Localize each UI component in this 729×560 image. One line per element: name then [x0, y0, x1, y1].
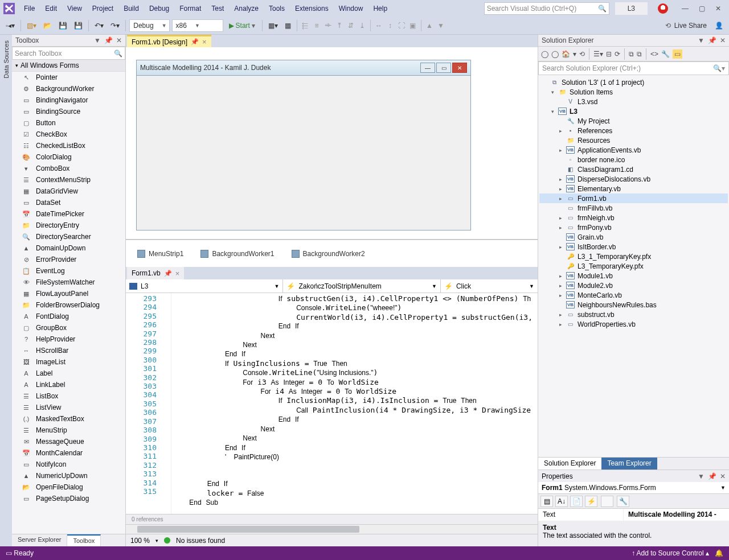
- toolbox-item[interactable]: ▲NumericUpDown: [12, 470, 125, 481]
- toolbox-item[interactable]: 📁DirectoryEntry: [12, 220, 125, 231]
- tree-item[interactable]: ▫border none.ico: [539, 155, 728, 164]
- zoom-level[interactable]: 100 %: [130, 537, 150, 545]
- form-window[interactable]: Multiscale Modelling 2014 - Kamil J. Dud…: [136, 60, 471, 230]
- account-icon[interactable]: 👤: [712, 20, 726, 31]
- bring-front-icon[interactable]: ▲: [425, 21, 434, 30]
- code-tab[interactable]: Form1.vb📌×: [127, 267, 184, 279]
- show-all-icon[interactable]: ⧉: [637, 50, 642, 58]
- toolbox-item[interactable]: 📅MonthCalendar: [12, 447, 125, 459]
- designer-tab[interactable]: Form1.vb [Design]📌×: [127, 35, 211, 47]
- toolbox-item[interactable]: 📂OpenFileDialog: [12, 481, 125, 493]
- close-icon[interactable]: ✕: [715, 5, 721, 13]
- data-sources-tab[interactable]: Data Sources: [2, 37, 11, 82]
- toolbox-item[interactable]: ▦DataGridView: [12, 186, 125, 197]
- tray-item[interactable]: BackgroundWorker1: [200, 250, 274, 258]
- pin-icon[interactable]: 📌: [104, 36, 113, 44]
- expand-icon[interactable]: ▸: [558, 215, 563, 221]
- form-close-icon[interactable]: ✕: [452, 63, 467, 73]
- toolbox-item[interactable]: AFontDialog: [12, 311, 125, 322]
- align-bottom-icon[interactable]: ⤓: [358, 21, 367, 30]
- expand-icon[interactable]: ▸: [558, 293, 563, 298]
- menu-debug[interactable]: Debug: [145, 2, 174, 15]
- config-dropdown[interactable]: Debug▼: [129, 19, 169, 32]
- toolbox-item[interactable]: ▲DomainUpDown: [12, 242, 125, 254]
- add-source-control[interactable]: ↑ Add to Source Control ▴: [632, 549, 709, 557]
- fold-column[interactable]: [161, 293, 171, 514]
- team-explorer-tab[interactable]: Team Explorer: [601, 458, 657, 470]
- close-tab-icon[interactable]: ×: [202, 38, 207, 46]
- toolbox-item[interactable]: ?HelpProvider: [12, 333, 125, 345]
- center-icon[interactable]: ▣: [408, 21, 417, 30]
- toolbox-item[interactable]: 🎨ColorDialog: [12, 151, 125, 163]
- menu-test[interactable]: Test: [207, 2, 228, 15]
- show-files-icon[interactable]: ⧉: [629, 50, 634, 58]
- hspace-icon[interactable]: ↔: [374, 21, 383, 30]
- vspace-icon[interactable]: ↕: [386, 21, 395, 30]
- toolbox-search-input[interactable]: Search Toolbox🔍: [12, 47, 125, 60]
- toolbox-item[interactable]: (.)MaskedTextBox: [12, 413, 125, 425]
- toolbox-item[interactable]: ☰ListBox: [12, 390, 125, 402]
- notifications-icon[interactable]: 🔔: [715, 549, 723, 557]
- expand-icon[interactable]: ▾: [550, 89, 555, 95]
- toolbox-item[interactable]: ▭PageSetupDialog: [12, 493, 125, 504]
- alphabetical-icon[interactable]: A↓: [555, 496, 568, 507]
- toolbox-item[interactable]: ⊘ErrorProvider: [12, 254, 125, 265]
- dropdown-icon[interactable]: ▼: [94, 36, 101, 44]
- undo-icon[interactable]: ↶▾: [92, 20, 106, 31]
- toolbox-item[interactable]: 📅DateTimePicker: [12, 208, 125, 220]
- nav-back-icon[interactable]: ◦◂▾: [3, 20, 17, 31]
- send-back-icon[interactable]: ▼: [436, 21, 445, 30]
- preview-icon[interactable]: ▭: [673, 50, 682, 59]
- refresh-icon[interactable]: ⟳: [615, 50, 620, 58]
- toolbox-item[interactable]: ▢Button: [12, 117, 125, 129]
- menu-tools[interactable]: Tools: [264, 2, 289, 15]
- menu-help[interactable]: Help: [368, 2, 392, 15]
- form-minimize-icon[interactable]: ―: [420, 63, 435, 73]
- pin-icon[interactable]: 📌: [708, 36, 716, 44]
- user-avatar-icon[interactable]: [658, 3, 668, 14]
- menu-file[interactable]: File: [19, 2, 39, 15]
- properties-icon[interactable]: 🔧: [661, 50, 670, 58]
- toolbox-item[interactable]: ☰ContextMenuStrip: [12, 174, 125, 186]
- save-icon[interactable]: 💾: [56, 20, 69, 31]
- toolbox-item[interactable]: 🖼ImageList: [12, 356, 125, 368]
- tray-item[interactable]: MenuStrip1: [137, 250, 183, 258]
- horizontal-scrollbar[interactable]: [126, 524, 538, 534]
- collapse-icon[interactable]: ⊟: [606, 50, 612, 58]
- tree-item[interactable]: 🔑L3_1_TemporaryKey.pfx: [539, 252, 728, 261]
- align-center-icon[interactable]: ≡: [312, 21, 321, 30]
- tree-item[interactable]: ▸▭frmPony.vb: [539, 223, 728, 232]
- toolbox-item[interactable]: ☰ListView: [12, 402, 125, 413]
- minimize-icon[interactable]: ―: [682, 5, 689, 13]
- toolbox-item[interactable]: 📁FolderBrowserDialog: [12, 299, 125, 311]
- tree-item[interactable]: ▭frmFillvb.vb: [539, 203, 728, 213]
- tree-item[interactable]: ▸VBModule2.vb: [539, 281, 728, 290]
- menu-edit[interactable]: Edit: [40, 2, 62, 15]
- settings-icon[interactable]: 🔧: [617, 496, 629, 507]
- grid-icon[interactable]: ▦: [282, 20, 293, 31]
- issues-label[interactable]: No issues found: [176, 537, 225, 545]
- open-icon[interactable]: 📂: [41, 20, 54, 31]
- close-tab-icon[interactable]: ×: [175, 269, 180, 278]
- toolbox-item[interactable]: ☰MenuStrip: [12, 425, 125, 436]
- toolbox-item[interactable]: ALinkLabel: [12, 379, 125, 390]
- filter-icon[interactable]: ☰▾: [593, 50, 603, 58]
- redo-icon[interactable]: ↷▾: [108, 20, 122, 31]
- code-text[interactable]: If substructGen(i3, i4).CellProperty1 <>…: [171, 293, 538, 514]
- expand-icon[interactable]: ▸: [558, 147, 563, 153]
- quick-search-input[interactable]: Search Visual Studio (Ctrl+Q) 🔍: [484, 2, 609, 15]
- expand-icon[interactable]: ▸: [558, 273, 563, 279]
- home-icon[interactable]: 🏠: [562, 50, 570, 58]
- toolbox-item[interactable]: 🔍DirectorySearcher: [12, 231, 125, 242]
- sync-icon[interactable]: ⟲: [579, 50, 585, 58]
- expand-icon[interactable]: ▸: [558, 312, 563, 318]
- toolbox-item[interactable]: ▭NotifyIcon: [12, 459, 125, 470]
- solution-explorer-tab[interactable]: Solution Explorer: [538, 458, 601, 470]
- maximize-icon[interactable]: ▢: [699, 5, 705, 13]
- toolbox-item[interactable]: 📋EventLog: [12, 265, 125, 277]
- menu-extensions[interactable]: Extensions: [290, 2, 333, 15]
- platform-dropdown[interactable]: x86▼: [172, 19, 223, 32]
- nav-project-dropdown[interactable]: L3▼: [126, 279, 283, 293]
- tree-item[interactable]: ▸▭substruct.vb: [539, 310, 728, 319]
- toolbox-item[interactable]: ↖Pointer: [12, 72, 125, 83]
